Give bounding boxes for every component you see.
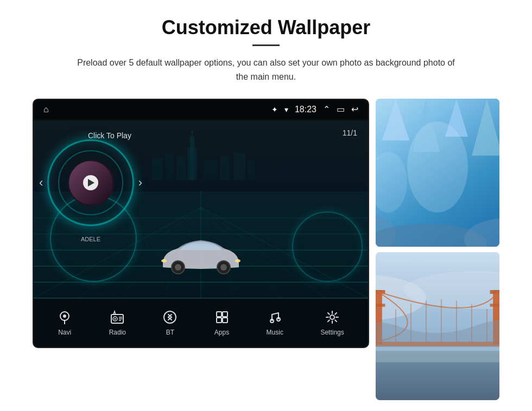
svg-point-32 bbox=[235, 259, 240, 262]
nav-item-radio[interactable]: Radio bbox=[109, 310, 126, 336]
bluetooth-icon: ✦ bbox=[271, 105, 278, 114]
content-area: ⌂ ✦ ▾ 18:23 ⌃ ▭ ↩ Click To Play 11/1 bbox=[33, 99, 499, 400]
play-button[interactable] bbox=[83, 175, 98, 190]
svg-rect-2 bbox=[152, 158, 163, 180]
status-bar: ⌂ ✦ ▾ 18:23 ⌃ ▭ ↩ bbox=[34, 100, 368, 119]
svg-rect-7 bbox=[233, 153, 245, 180]
music-icon bbox=[268, 310, 282, 326]
wallpaper-ice[interactable] bbox=[376, 99, 499, 247]
svg-point-39 bbox=[115, 318, 116, 319]
radio-icon bbox=[110, 310, 124, 326]
music-player[interactable]: ‹ › ADELE bbox=[45, 137, 137, 229]
wallpaper-thumbnails bbox=[376, 99, 499, 400]
svg-rect-45 bbox=[217, 312, 221, 317]
navi-icon bbox=[58, 310, 72, 326]
svg-rect-6 bbox=[220, 156, 230, 180]
navi-label: Navi bbox=[58, 329, 71, 336]
svg-rect-46 bbox=[223, 312, 227, 317]
svg-rect-47 bbox=[217, 318, 221, 323]
apps-icon bbox=[215, 310, 229, 326]
wifi-icon: ▾ bbox=[284, 105, 288, 114]
title-divider bbox=[252, 44, 280, 46]
svg-point-10 bbox=[191, 131, 193, 132]
bt-label: BT bbox=[166, 329, 174, 336]
teal-glow-right bbox=[292, 211, 363, 282]
car-screen: ⌂ ✦ ▾ 18:23 ⌃ ▭ ↩ Click To Play 11/1 bbox=[33, 99, 369, 348]
svg-rect-8 bbox=[247, 161, 255, 180]
svg-point-31 bbox=[220, 264, 227, 271]
screen-date: 11/1 bbox=[343, 129, 357, 137]
prev-arrow[interactable]: ‹ bbox=[39, 176, 43, 190]
svg-rect-75 bbox=[490, 304, 499, 307]
car-image bbox=[147, 234, 255, 279]
svg-rect-5 bbox=[204, 161, 217, 180]
svg-rect-83 bbox=[376, 347, 499, 362]
svg-rect-3 bbox=[166, 153, 174, 180]
svg-rect-1 bbox=[187, 147, 197, 180]
bottom-nav: Navi Radi bbox=[34, 298, 368, 347]
svg-point-33 bbox=[161, 259, 167, 262]
nav-item-navi[interactable]: Navi bbox=[58, 310, 72, 336]
radio-label: Radio bbox=[109, 329, 126, 336]
page-subtitle: Preload over 5 default wallpaper options… bbox=[71, 56, 461, 84]
svg-point-63 bbox=[407, 121, 468, 213]
home-icon: ⌂ bbox=[43, 105, 49, 114]
window-icon: ▭ bbox=[337, 104, 345, 114]
apps-label: Apps bbox=[214, 329, 229, 336]
settings-label: Settings bbox=[320, 329, 344, 336]
wallpaper-bridge[interactable] bbox=[376, 252, 499, 400]
svg-point-43 bbox=[164, 311, 176, 323]
status-left: ⌂ bbox=[43, 105, 49, 114]
city-skyline bbox=[119, 131, 282, 196]
page-container: Customized Wallpaper Preload over 5 defa… bbox=[0, 0, 532, 411]
svg-rect-48 bbox=[223, 318, 227, 323]
svg-point-29 bbox=[175, 264, 181, 271]
music-artist: ADELE bbox=[81, 236, 100, 242]
svg-point-36 bbox=[63, 314, 66, 318]
bt-icon bbox=[163, 310, 177, 326]
nav-item-music[interactable]: Music bbox=[267, 310, 283, 336]
status-time: 18:23 bbox=[295, 105, 316, 114]
screen-body: Click To Play 11/1 bbox=[34, 120, 368, 298]
album-art bbox=[69, 161, 112, 204]
up-icon: ⌃ bbox=[323, 104, 330, 114]
music-album bbox=[68, 160, 114, 206]
nav-item-bt[interactable]: BT bbox=[163, 310, 177, 336]
play-icon bbox=[88, 179, 94, 187]
back-icon: ↩ bbox=[351, 104, 358, 114]
next-arrow[interactable]: › bbox=[138, 176, 142, 190]
nav-item-apps[interactable]: Apps bbox=[214, 310, 229, 336]
music-label: Music bbox=[267, 329, 283, 336]
page-title: Customized Wallpaper bbox=[162, 16, 371, 39]
nav-item-settings[interactable]: Settings bbox=[320, 310, 344, 336]
status-right: ✦ ▾ 18:23 ⌃ ▭ ↩ bbox=[271, 104, 358, 114]
svg-rect-72 bbox=[376, 304, 385, 307]
settings-icon bbox=[325, 310, 339, 326]
svg-point-51 bbox=[330, 315, 334, 319]
svg-rect-4 bbox=[176, 156, 186, 180]
